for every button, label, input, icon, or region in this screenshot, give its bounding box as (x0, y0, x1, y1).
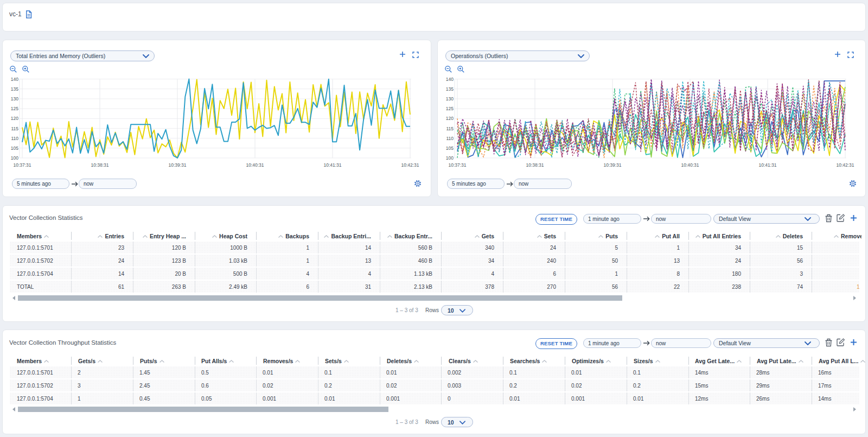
svg-text:115: 115 (11, 126, 18, 131)
svg-text:115: 115 (446, 126, 454, 131)
svg-text:105: 105 (446, 145, 454, 151)
svg-text:110: 110 (11, 136, 18, 141)
svg-text:10:42:31: 10:42:31 (836, 162, 854, 168)
svg-text:10:37:31: 10:37:31 (448, 162, 466, 168)
svg-text:135: 135 (446, 86, 454, 92)
svg-text:140: 140 (11, 77, 18, 82)
svg-text:135: 135 (11, 86, 18, 92)
svg-text:110: 110 (446, 136, 454, 141)
svg-text:125: 125 (446, 106, 454, 111)
svg-text:120: 120 (446, 116, 454, 121)
svg-text:10:40:31: 10:40:31 (681, 162, 699, 168)
svg-text:130: 130 (446, 96, 454, 102)
svg-text:125: 125 (11, 106, 18, 111)
svg-text:100: 100 (11, 155, 18, 161)
svg-text:120: 120 (11, 116, 18, 121)
svg-text:10:39:31: 10:39:31 (168, 162, 186, 168)
svg-text:10:40:31: 10:40:31 (246, 162, 264, 168)
svg-text:130: 130 (11, 96, 18, 102)
svg-text:10:39:31: 10:39:31 (603, 162, 621, 168)
svg-text:140: 140 (446, 77, 454, 82)
svg-text:100: 100 (446, 155, 454, 161)
svg-text:10:37:31: 10:37:31 (13, 162, 31, 168)
svg-text:10:41:31: 10:41:31 (323, 162, 341, 168)
svg-text:10:38:31: 10:38:31 (91, 162, 108, 168)
svg-text:10:41:31: 10:41:31 (758, 162, 776, 168)
svg-text:105: 105 (11, 145, 18, 151)
svg-text:10:42:31: 10:42:31 (401, 162, 419, 168)
svg-text:10:38:31: 10:38:31 (526, 162, 544, 168)
